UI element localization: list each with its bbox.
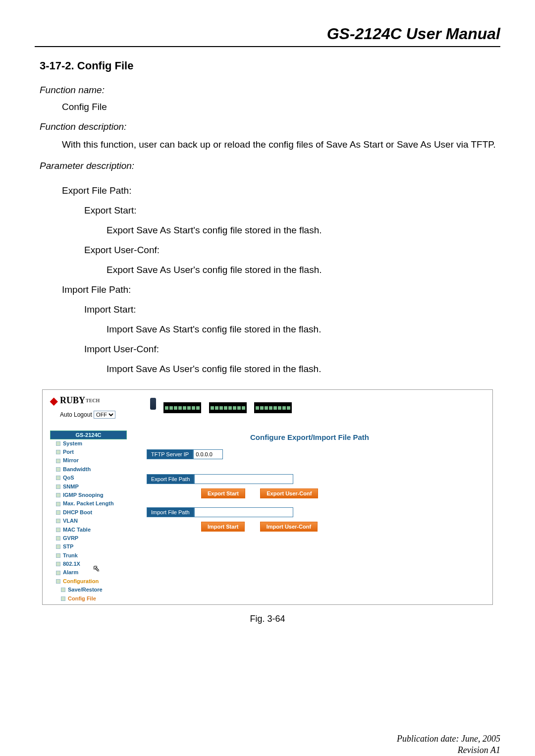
nav-system[interactable]: System xyxy=(50,439,127,448)
import-start-desc: Import Save As Start's config file store… xyxy=(107,324,500,335)
nav-diagnostics[interactable]: Diagnostics xyxy=(50,603,127,605)
nav-port[interactable]: Port xyxy=(50,448,127,456)
auto-logout-select[interactable]: OFF xyxy=(94,411,115,419)
function-name-label: Function name: xyxy=(40,85,500,96)
figure-caption: Fig. 3-64 xyxy=(35,614,500,624)
export-userconf-button[interactable]: Export User-Conf xyxy=(260,488,318,498)
export-file-path-label: Export File Path xyxy=(147,474,194,484)
publication-date: Publication date: June, 2005 xyxy=(35,733,500,745)
nav-dhcpboot[interactable]: DHCP Boot xyxy=(50,508,127,517)
nav-tree: GS-2124C System Port Mirror Bandwidth Qo… xyxy=(50,431,127,605)
import-userconf-heading: Import User-Conf: xyxy=(84,344,500,355)
nav-alarm[interactable]: Alarm xyxy=(50,568,127,577)
nav-configuration[interactable]: Configuration xyxy=(50,577,127,586)
nav-config-file[interactable]: Config File xyxy=(50,594,127,603)
import-userconf-button[interactable]: Import User-Conf xyxy=(260,522,318,532)
export-file-path-heading: Export File Path: xyxy=(62,185,500,196)
tftp-server-ip-input[interactable] xyxy=(193,449,223,459)
panel-title: Configure Export/Import File Path xyxy=(147,433,473,441)
function-desc-label: Function description: xyxy=(40,121,500,132)
export-start-heading: Export Start: xyxy=(84,205,500,216)
nav-snmp[interactable]: SNMP xyxy=(50,483,127,491)
nav-qos[interactable]: QoS xyxy=(50,474,127,482)
nav-trunk[interactable]: Trunk xyxy=(50,551,127,560)
import-file-path-label: Import File Path xyxy=(147,507,194,517)
export-userconf-heading: Export User-Conf: xyxy=(84,245,500,256)
nav-8021x[interactable]: 802.1X xyxy=(50,560,127,568)
manual-title: GS-2124C User Manual xyxy=(35,25,500,47)
import-start-heading: Import Start: xyxy=(84,304,500,315)
import-userconf-desc: Import Save As User's config file stored… xyxy=(107,364,500,375)
nav-gvrp[interactable]: GVRP xyxy=(50,534,127,542)
function-desc-text: With this function, user can back up or … xyxy=(62,138,500,152)
tftp-server-ip-label: TFTP Server IP xyxy=(147,449,193,459)
switch-rack-illustration xyxy=(150,398,292,419)
export-userconf-desc: Export Save As User's config file stored… xyxy=(107,265,500,275)
nav-mactable[interactable]: MAC Table xyxy=(50,526,127,534)
section-heading: 3-17-2. Config File xyxy=(40,59,500,72)
brand-tech: TECH xyxy=(86,398,100,403)
nav-bandwidth[interactable]: Bandwidth xyxy=(50,465,127,474)
export-file-path-input[interactable] xyxy=(194,474,293,484)
import-file-path-heading: Import File Path: xyxy=(62,284,500,295)
nav-mirror[interactable]: Mirror xyxy=(50,456,127,465)
nav-maxpacket[interactable]: Max. Packet Length xyxy=(50,499,127,508)
function-name-value: Config File xyxy=(62,102,500,112)
brand-ruby: RUBY xyxy=(60,395,85,406)
nav-igmp[interactable]: IGMP Snooping xyxy=(50,491,127,499)
embedded-screenshot: ◆ RUBYTECH Auto Logout OFF xyxy=(42,389,493,605)
export-start-desc: Export Save As Start's config file store… xyxy=(107,225,500,236)
auto-logout-label: Auto Logout xyxy=(60,411,92,418)
parameter-desc-label: Parameter description: xyxy=(40,161,500,171)
import-start-button[interactable]: Import Start xyxy=(201,522,245,532)
nav-stp[interactable]: STP xyxy=(50,542,127,551)
nav-save-restore[interactable]: Save/Restore xyxy=(50,586,127,594)
nav-vlan[interactable]: VLAN xyxy=(50,517,127,525)
nav-head: GS-2124C xyxy=(50,431,127,439)
gem-icon: ◆ xyxy=(50,395,57,407)
export-start-button[interactable]: Export Start xyxy=(201,488,245,498)
revision: Revision A1 xyxy=(35,745,500,756)
brand-logo: ◆ RUBYTECH xyxy=(50,395,115,407)
import-file-path-input[interactable] xyxy=(194,507,293,517)
